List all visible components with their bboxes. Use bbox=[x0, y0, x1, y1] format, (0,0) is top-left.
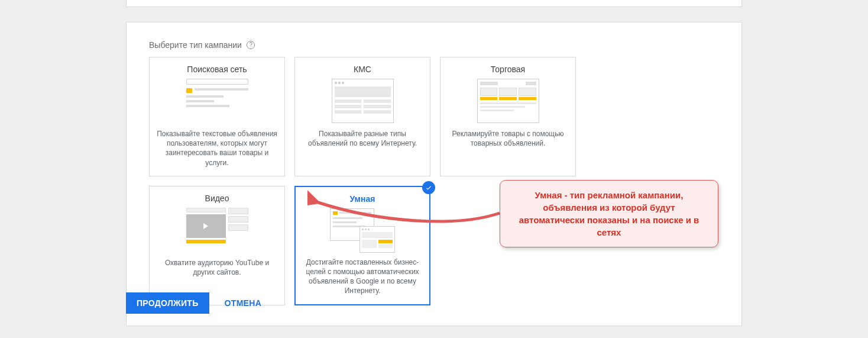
section-header: Выберите тип кампании ? bbox=[149, 39, 719, 50]
campaign-card-display[interactable]: КМС Показывайте разные типы объявлений п… bbox=[294, 57, 430, 176]
search-illustration bbox=[186, 79, 248, 123]
display-illustration bbox=[332, 79, 394, 123]
campaign-card-search[interactable]: Поисковая сеть Показывайте текстовые объ… bbox=[149, 57, 285, 176]
section-title: Выберите тип кампании bbox=[149, 40, 242, 50]
card-desc: Показывайте разные типы объявлений по вс… bbox=[301, 129, 424, 148]
card-title: Видео bbox=[156, 194, 278, 203]
previous-panel-edge bbox=[126, 0, 742, 7]
card-desc: Охватите аудиторию YouTube и других сайт… bbox=[156, 258, 278, 277]
card-title: Умная bbox=[302, 194, 423, 204]
campaign-type-panel: Выберите тип кампании ? Поисковая сеть П… bbox=[126, 22, 742, 326]
selected-check-icon bbox=[422, 181, 435, 194]
card-desc: Достигайте поставленных бизнес-целей с п… bbox=[302, 257, 423, 296]
card-title: Торговая bbox=[446, 65, 569, 74]
campaign-card-video[interactable]: Видео Охватите аудиторию YouTube и други… bbox=[149, 186, 285, 305]
continue-button[interactable]: ПРОДОЛЖИТЬ bbox=[126, 292, 209, 314]
card-desc: Показывайте текстовые объявления пользов… bbox=[156, 129, 278, 168]
help-icon[interactable]: ? bbox=[247, 41, 255, 49]
video-illustration bbox=[186, 208, 248, 252]
action-buttons: ПРОДОЛЖИТЬ ОТМЕНА bbox=[126, 292, 270, 314]
campaign-card-smart[interactable]: Умная Достигайте поставленных бизнес-цел… bbox=[294, 186, 430, 305]
card-title: Поисковая сеть bbox=[156, 65, 278, 74]
shopping-illustration bbox=[477, 79, 539, 123]
card-desc: Рекламируйте товары с помощью товарных о… bbox=[446, 129, 569, 148]
annotation-text: Умная - тип рекламной кампании, объявлен… bbox=[519, 190, 699, 237]
annotation-callout: Умная - тип рекламной кампании, объявлен… bbox=[500, 180, 718, 247]
smart-illustration bbox=[330, 208, 395, 253]
campaign-card-shopping[interactable]: Торговая Рекламируйте товары с помощью т… bbox=[440, 57, 576, 176]
cancel-button[interactable]: ОТМЕНА bbox=[216, 292, 270, 314]
card-title: КМС bbox=[301, 65, 424, 74]
